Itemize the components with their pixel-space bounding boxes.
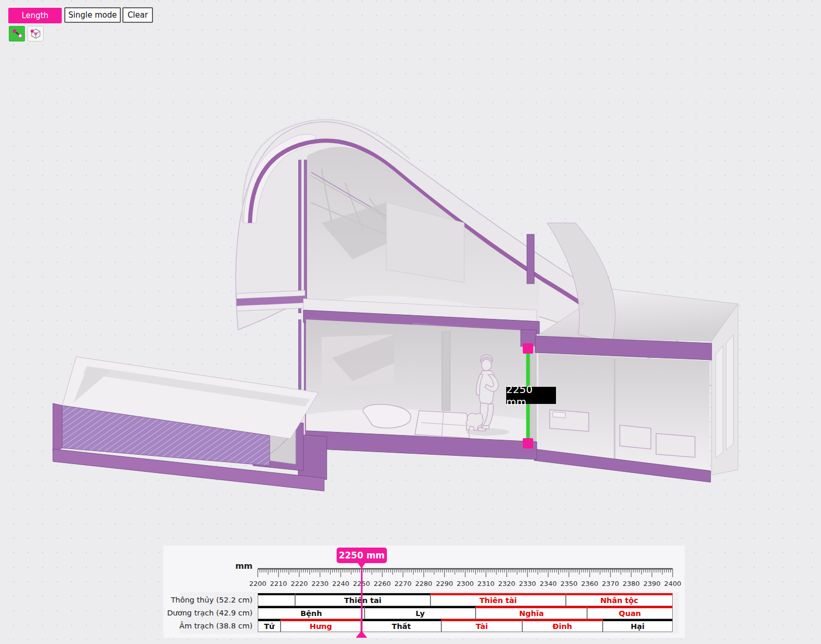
measure-endpoint-bottom[interactable] [523, 438, 533, 449]
ruler-tick-label: 2330 [517, 580, 538, 587]
marker-value-badge[interactable]: 2250 mm [337, 548, 387, 563]
ruler-tick-label: 2230 [310, 580, 330, 587]
left-pool-volume [53, 357, 324, 491]
loban-ruler-panel: mm 2200221022202230224022502260227022802… [163, 545, 685, 638]
ruler-tick-label: 2380 [621, 580, 642, 587]
marker-foot-arrow [356, 631, 367, 638]
ruler-segment-cell: Tài [441, 619, 522, 632]
ruler-row-label: Âm trạch (38.8 cm) [97, 619, 253, 632]
ruler-tick-label: 2370 [600, 580, 621, 587]
ruler-tick-label: 2240 [330, 580, 351, 587]
ruler-tick-label: 2290 [434, 580, 455, 587]
ruler-tick-label: 2210 [268, 580, 289, 587]
measure-segment-tool-button[interactable] [9, 26, 25, 41]
ruler-tick-label: 2400 [662, 580, 683, 587]
ruler-segment-cell: Đinh [522, 619, 603, 632]
ruler-tick-label: 2260 [372, 580, 393, 587]
ruler-row-label: Dương trạch (42.9 cm) [97, 606, 253, 619]
ruler-segment-cell: Thiên tai [295, 593, 430, 606]
balcony-ledge [236, 290, 305, 311]
ruler-tick-label: 2360 [579, 580, 600, 587]
ruler-segment-cell: Hại [603, 619, 673, 632]
ruler-segment-cell: Thất [361, 619, 441, 632]
ruler-tick-label: 2320 [496, 580, 517, 587]
ruler-segment-cell: Hưng [281, 619, 361, 632]
single-mode-button[interactable]: Single mode [64, 7, 121, 23]
ruler-tick-label: 2350 [559, 580, 579, 587]
ruler-segment-cell: Nghĩa [476, 606, 587, 619]
clear-button[interactable]: Clear [122, 7, 153, 23]
length-button[interactable]: Length [8, 8, 62, 23]
ruler-tick-label: 2220 [289, 580, 310, 587]
ruler-segment-cell: Bệnh [258, 606, 365, 619]
ruler-tick-label: 2310 [476, 580, 496, 587]
ruler-segment-cell [258, 593, 295, 606]
ruler-segment-cell: Tử [258, 619, 281, 632]
ruler-row-label: Thông thủy (52.2 cm) [97, 593, 253, 606]
ruler-tick-label: 2340 [538, 580, 559, 587]
ruler-segment-cell: Thiên tài [430, 593, 566, 606]
ruler-tick-label: 2390 [642, 580, 662, 587]
right-wing [534, 223, 738, 482]
measure-box-icon [30, 27, 42, 40]
ground-floor-interior [306, 319, 534, 446]
measurement-value-label: 2250 mm [506, 387, 556, 404]
measure-box-tool-button[interactable] [27, 26, 44, 41]
measure-segment-icon [11, 28, 23, 39]
marker-line[interactable] [361, 563, 363, 634]
ruler-tick-label: 2280 [413, 580, 434, 587]
ruler-segment-cell: Quan [587, 606, 673, 619]
measure-endpoint-top[interactable] [523, 343, 533, 354]
ruler-tick-label: 2270 [393, 580, 413, 587]
ruler-tick-label: 2200 [247, 580, 268, 587]
ruler-segment-cell: Nhân tộc [566, 593, 673, 606]
ruler-segment-cell: Ly [365, 606, 476, 619]
ruler-tick-label: 2300 [455, 580, 476, 587]
marker-pointer [357, 563, 366, 568]
